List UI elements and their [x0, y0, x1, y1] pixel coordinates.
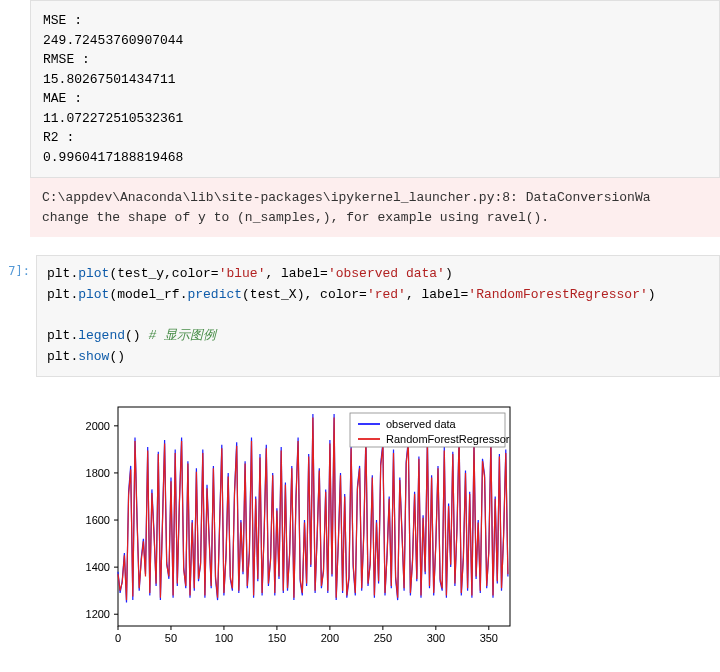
- svg-text:2000: 2000: [86, 420, 110, 432]
- mse-value: 249.72453760907044: [43, 33, 183, 48]
- mae-value: 11.072272510532361: [43, 111, 183, 126]
- code-cell-container: 7]: plt.plot(test_y,color='blue', label=…: [0, 255, 720, 377]
- line-chart: 1200140016001800200005010015020025030035…: [70, 395, 520, 650]
- rmse-value: 15.80267501434711: [43, 72, 176, 87]
- svg-text:100: 100: [215, 632, 233, 644]
- svg-text:150: 150: [268, 632, 286, 644]
- mae-label: MAE :: [43, 91, 82, 106]
- r2-value: 0.9960417188819468: [43, 150, 183, 165]
- svg-text:300: 300: [427, 632, 445, 644]
- warning-line1: C:\appdev\Anaconda\lib\site-packages\ipy…: [42, 190, 651, 205]
- output-metrics: MSE : 249.72453760907044 RMSE : 15.80267…: [30, 0, 720, 178]
- cell-prompt: 7]:: [0, 255, 36, 377]
- svg-text:200: 200: [321, 632, 339, 644]
- rmse-label: RMSE :: [43, 52, 90, 67]
- svg-text:1200: 1200: [86, 608, 110, 620]
- svg-text:1400: 1400: [86, 561, 110, 573]
- code-cell[interactable]: plt.plot(test_y,color='blue', label='obs…: [36, 255, 720, 377]
- svg-text:350: 350: [480, 632, 498, 644]
- r2-label: R2 :: [43, 130, 74, 145]
- chart-output: 1200140016001800200005010015020025030035…: [70, 395, 720, 650]
- warning-line2: change the shape of y to (n_samples,), f…: [42, 210, 549, 225]
- svg-text:1600: 1600: [86, 514, 110, 526]
- svg-text:50: 50: [165, 632, 177, 644]
- svg-text:250: 250: [374, 632, 392, 644]
- svg-text:0: 0: [115, 632, 121, 644]
- svg-text:observed data: observed data: [386, 418, 457, 430]
- svg-text:RandomForestRegressor: RandomForestRegressor: [386, 433, 510, 445]
- mse-label: MSE :: [43, 13, 82, 28]
- svg-text:1800: 1800: [86, 467, 110, 479]
- warning-output: C:\appdev\Anaconda\lib\site-packages\ipy…: [30, 178, 720, 237]
